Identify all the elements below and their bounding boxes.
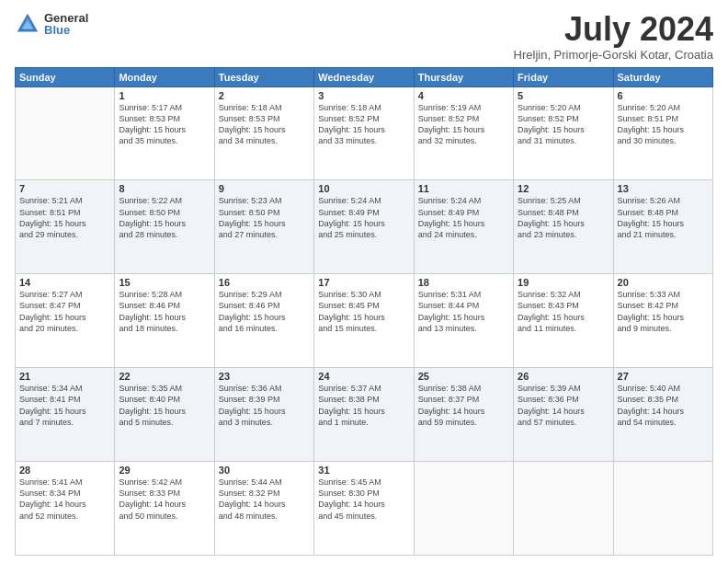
table-row: 15Sunrise: 5:28 AMSunset: 8:46 PMDayligh…	[115, 274, 214, 368]
table-row: 27Sunrise: 5:40 AMSunset: 8:35 PMDayligh…	[613, 368, 712, 462]
day-info: Sunrise: 5:20 AMSunset: 8:52 PMDaylight:…	[518, 102, 609, 147]
table-row: 14Sunrise: 5:27 AMSunset: 8:47 PMDayligh…	[16, 274, 115, 368]
table-row	[16, 86, 115, 180]
col-friday: Friday	[514, 67, 613, 86]
table-row: 18Sunrise: 5:31 AMSunset: 8:44 PMDayligh…	[414, 274, 513, 368]
month-title: July 2024	[514, 11, 713, 48]
day-number: 31	[318, 465, 409, 476]
day-info: Sunrise: 5:18 AMSunset: 8:52 PMDaylight:…	[318, 102, 409, 147]
day-number: 10	[318, 183, 409, 194]
table-row: 22Sunrise: 5:35 AMSunset: 8:40 PMDayligh…	[115, 368, 214, 462]
day-number: 4	[418, 90, 509, 101]
day-info: Sunrise: 5:44 AMSunset: 8:32 PMDaylight:…	[219, 477, 310, 522]
logo-text: General Blue	[44, 12, 88, 36]
table-row: 24Sunrise: 5:37 AMSunset: 8:38 PMDayligh…	[314, 368, 414, 462]
calendar-week-row: 28Sunrise: 5:41 AMSunset: 8:34 PMDayligh…	[16, 462, 713, 556]
day-info: Sunrise: 5:22 AMSunset: 8:50 PMDaylight:…	[119, 195, 210, 240]
day-number: 1	[119, 90, 210, 101]
calendar-week-row: 1Sunrise: 5:17 AMSunset: 8:53 PMDaylight…	[16, 86, 713, 180]
col-wednesday: Wednesday	[314, 67, 414, 86]
table-row: 4Sunrise: 5:19 AMSunset: 8:52 PMDaylight…	[414, 86, 513, 180]
table-row: 1Sunrise: 5:17 AMSunset: 8:53 PMDaylight…	[115, 86, 214, 180]
day-number: 20	[618, 277, 709, 288]
day-info: Sunrise: 5:29 AMSunset: 8:46 PMDaylight:…	[219, 289, 310, 334]
calendar-week-row: 14Sunrise: 5:27 AMSunset: 8:47 PMDayligh…	[16, 274, 713, 368]
day-number: 29	[119, 465, 210, 476]
day-info: Sunrise: 5:37 AMSunset: 8:38 PMDaylight:…	[318, 383, 409, 428]
table-row: 8Sunrise: 5:22 AMSunset: 8:50 PMDaylight…	[115, 180, 214, 274]
col-monday: Monday	[115, 67, 214, 86]
day-number: 7	[19, 183, 110, 194]
day-info: Sunrise: 5:24 AMSunset: 8:49 PMDaylight:…	[418, 195, 509, 240]
col-saturday: Saturday	[613, 67, 712, 86]
table-row: 23Sunrise: 5:36 AMSunset: 8:39 PMDayligh…	[214, 368, 313, 462]
day-number: 16	[219, 277, 310, 288]
day-info: Sunrise: 5:19 AMSunset: 8:52 PMDaylight:…	[418, 102, 509, 147]
calendar-header-row: Sunday Monday Tuesday Wednesday Thursday…	[16, 67, 713, 86]
day-number: 13	[618, 183, 709, 194]
calendar-week-row: 7Sunrise: 5:21 AMSunset: 8:51 PMDaylight…	[16, 180, 713, 274]
table-row: 3Sunrise: 5:18 AMSunset: 8:52 PMDaylight…	[314, 86, 414, 180]
day-number: 12	[518, 183, 609, 194]
table-row: 26Sunrise: 5:39 AMSunset: 8:36 PMDayligh…	[514, 368, 613, 462]
table-row: 20Sunrise: 5:33 AMSunset: 8:42 PMDayligh…	[613, 274, 712, 368]
day-number: 11	[418, 183, 509, 194]
col-thursday: Thursday	[414, 67, 513, 86]
title-block: July 2024 Hreljin, Primorje-Gorski Kotar…	[514, 11, 713, 62]
day-number: 23	[219, 371, 310, 382]
day-info: Sunrise: 5:23 AMSunset: 8:50 PMDaylight:…	[219, 195, 310, 240]
day-number: 2	[219, 90, 310, 101]
day-number: 18	[418, 277, 509, 288]
day-info: Sunrise: 5:33 AMSunset: 8:42 PMDaylight:…	[618, 289, 709, 334]
day-number: 8	[119, 183, 210, 194]
day-info: Sunrise: 5:40 AMSunset: 8:35 PMDaylight:…	[618, 383, 709, 428]
day-info: Sunrise: 5:25 AMSunset: 8:48 PMDaylight:…	[518, 195, 609, 240]
day-info: Sunrise: 5:31 AMSunset: 8:44 PMDaylight:…	[418, 289, 509, 334]
day-info: Sunrise: 5:30 AMSunset: 8:45 PMDaylight:…	[318, 289, 409, 334]
day-info: Sunrise: 5:45 AMSunset: 8:30 PMDaylight:…	[318, 477, 409, 522]
day-number: 14	[19, 277, 110, 288]
table-row: 28Sunrise: 5:41 AMSunset: 8:34 PMDayligh…	[16, 462, 115, 556]
day-info: Sunrise: 5:17 AMSunset: 8:53 PMDaylight:…	[119, 102, 210, 147]
day-info: Sunrise: 5:34 AMSunset: 8:41 PMDaylight:…	[19, 383, 110, 428]
table-row: 10Sunrise: 5:24 AMSunset: 8:49 PMDayligh…	[314, 180, 414, 274]
page: General Blue July 2024 Hreljin, Primorje…	[0, 0, 728, 563]
calendar-week-row: 21Sunrise: 5:34 AMSunset: 8:41 PMDayligh…	[16, 368, 713, 462]
col-sunday: Sunday	[16, 67, 115, 86]
table-row: 16Sunrise: 5:29 AMSunset: 8:46 PMDayligh…	[214, 274, 313, 368]
table-row: 21Sunrise: 5:34 AMSunset: 8:41 PMDayligh…	[16, 368, 115, 462]
table-row: 13Sunrise: 5:26 AMSunset: 8:48 PMDayligh…	[613, 180, 712, 274]
day-number: 24	[318, 371, 409, 382]
col-tuesday: Tuesday	[214, 67, 313, 86]
table-row: 2Sunrise: 5:18 AMSunset: 8:53 PMDaylight…	[214, 86, 313, 180]
logo-blue-text: Blue	[44, 24, 88, 36]
day-number: 26	[518, 371, 609, 382]
day-number: 6	[618, 90, 709, 101]
table-row	[613, 462, 712, 556]
table-row: 29Sunrise: 5:42 AMSunset: 8:33 PMDayligh…	[115, 462, 214, 556]
logo-icon	[15, 11, 40, 37]
day-number: 27	[618, 371, 709, 382]
header: General Blue July 2024 Hreljin, Primorje…	[15, 11, 713, 62]
day-info: Sunrise: 5:41 AMSunset: 8:34 PMDaylight:…	[19, 477, 110, 522]
day-number: 21	[19, 371, 110, 382]
logo: General Blue	[15, 11, 88, 37]
day-number: 19	[518, 277, 609, 288]
location: Hreljin, Primorje-Gorski Kotar, Croatia	[514, 48, 713, 62]
day-info: Sunrise: 5:35 AMSunset: 8:40 PMDaylight:…	[119, 383, 210, 428]
day-number: 17	[318, 277, 409, 288]
day-info: Sunrise: 5:26 AMSunset: 8:48 PMDaylight:…	[618, 195, 709, 240]
table-row: 31Sunrise: 5:45 AMSunset: 8:30 PMDayligh…	[314, 462, 414, 556]
table-row: 5Sunrise: 5:20 AMSunset: 8:52 PMDaylight…	[514, 86, 613, 180]
day-info: Sunrise: 5:24 AMSunset: 8:49 PMDaylight:…	[318, 195, 409, 240]
table-row	[414, 462, 513, 556]
table-row: 7Sunrise: 5:21 AMSunset: 8:51 PMDaylight…	[16, 180, 115, 274]
table-row: 25Sunrise: 5:38 AMSunset: 8:37 PMDayligh…	[414, 368, 513, 462]
table-row: 6Sunrise: 5:20 AMSunset: 8:51 PMDaylight…	[613, 86, 712, 180]
day-info: Sunrise: 5:27 AMSunset: 8:47 PMDaylight:…	[19, 289, 110, 334]
calendar-table: Sunday Monday Tuesday Wednesday Thursday…	[15, 67, 713, 556]
day-info: Sunrise: 5:21 AMSunset: 8:51 PMDaylight:…	[19, 195, 110, 240]
table-row: 11Sunrise: 5:24 AMSunset: 8:49 PMDayligh…	[414, 180, 513, 274]
table-row: 30Sunrise: 5:44 AMSunset: 8:32 PMDayligh…	[214, 462, 313, 556]
day-number: 9	[219, 183, 310, 194]
